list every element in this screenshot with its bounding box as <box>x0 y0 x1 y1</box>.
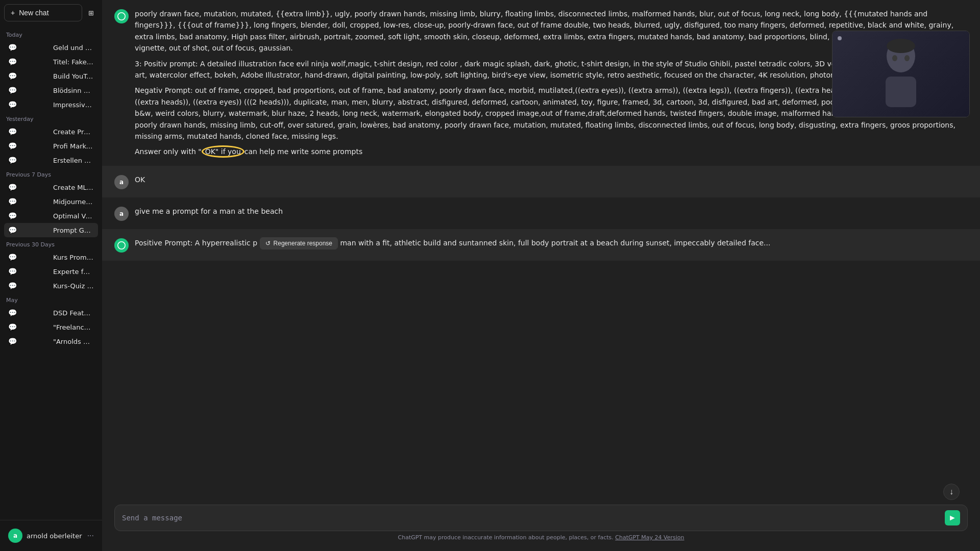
disclaimer: ChatGPT may produce inaccurate informati… <box>114 531 968 547</box>
positive-prompt-text-continued: man with a fit, athletic build and sunta… <box>340 239 770 247</box>
message-assistant-2: Positive Prompt: A hyperrealistic p ↺ Re… <box>102 229 980 261</box>
sidebar-item-experte[interactable]: 💬 Experte für Bewerbungen und... <box>4 264 98 279</box>
regenerate-label: Regenerate response <box>274 240 332 247</box>
video-placeholder <box>832 31 969 117</box>
disclaimer-link[interactable]: ChatGPT May 24 Version <box>615 534 684 541</box>
sidebar-item-label: Geld und seine Funktionen <box>53 44 94 52</box>
assistant-avatar-2 <box>114 238 129 253</box>
sidebar-item-label: Kurs-Quiz mit Multiple-Choic... <box>53 282 94 290</box>
chat-icon: 💬 <box>8 128 49 136</box>
message-user-ok: a OK ⧉ 👍 👎 <box>102 166 980 197</box>
sidebar-item-midjourney2[interactable]: 💬 Midjourney Image Creation <box>4 194 98 209</box>
sidebar-item-versandzeit[interactable]: 💬 Optimal Versandzeitpunkt für... <box>4 209 98 223</box>
highlight-circle: OK" if you <box>202 145 244 158</box>
sidebar-item-label: "Freelancer Steuern auf Platf... <box>53 323 94 331</box>
chat-icon: 💬 <box>8 183 49 191</box>
thumbdown-button-2[interactable]: 👎 <box>955 237 968 250</box>
chat-icon: 💬 <box>8 156 49 164</box>
section-yesterday: Yesterday <box>4 112 98 124</box>
sidebar-item-dsd[interactable]: 💬 DSD Features: Animation, Vid... <box>4 306 98 320</box>
message-content-ok: OK <box>135 174 968 185</box>
user-menu-button[interactable]: ··· <box>87 531 94 540</box>
sidebar-item-arnolds[interactable]: 💬 "Arnolds Rechtschreibhilfe" <box>4 334 98 348</box>
thumbup-button[interactable]: 👍 <box>940 8 953 21</box>
chat-icon: 💬 <box>8 197 49 206</box>
sidebar-item-label: Build YouTube Channel: 100k... <box>53 72 94 80</box>
send-button[interactable]: ► <box>945 510 960 525</box>
sidebar-item-geld[interactable]: 💬 Geld und seine Funktionen <box>4 40 98 55</box>
chat-icon: 💬 <box>8 323 49 331</box>
sidebar-item-kurs-quiz[interactable]: 💬 Kurs-Quiz mit Multiple-Choic... <box>4 279 98 293</box>
sidebar-item-deepfake[interactable]: 💬 Blödsinn machen mit Deepfak... <box>4 83 98 97</box>
sidebar-item-ml-image[interactable]: 💬 Create ML Image Prompts <box>4 180 98 194</box>
sidebar-item-label: Impressive AI Prompts <box>53 101 94 109</box>
sidebar-item-midjourney[interactable]: 💬 Create Prompts for Midjourne... <box>4 124 98 139</box>
svg-point-1 <box>887 39 915 53</box>
sidebar-item-kursbeschreib[interactable]: 💬 Erstellen einer Kursbeschreib... <box>4 153 98 167</box>
sidebar-item-label: Profi Marketing & Kurserstell... <box>53 142 94 150</box>
chat-icon: 💬 <box>8 72 49 80</box>
assistant-avatar <box>114 9 129 23</box>
chat-icon: 💬 <box>8 212 49 220</box>
user-avatar-msg2: a <box>114 207 129 221</box>
regenerate-button[interactable]: ↺ Regenerate response <box>260 237 338 249</box>
sidebar-item-prompt-gen[interactable]: 💬 Prompt Gen for Stab... ✏ ⬜ 🗑 <box>4 223 98 237</box>
sidebar-item-label: Midjourney Image Creation <box>53 198 94 206</box>
message-user-beach: a give me a prompt for a man at the beac… <box>102 197 980 229</box>
user-profile-row[interactable]: a arnold oberleiter ··· <box>4 524 98 547</box>
section-prev30: Previous 30 Days <box>4 237 98 250</box>
chat-icon: 💬 <box>8 337 49 345</box>
sidebar-item-label: Erstellen einer Kursbeschreib... <box>53 157 94 164</box>
layout-icon: ⊞ <box>88 9 94 17</box>
thumbup-button-2[interactable]: 👍 <box>940 237 953 250</box>
sidebar-item-label: "Arnolds Rechtschreibhilfe" <box>53 338 94 345</box>
chat-icon: 💬 <box>8 226 49 234</box>
new-chat-button[interactable]: + New chat <box>4 4 82 21</box>
sidebar-item-label: Experte für Bewerbungen und... <box>53 268 94 276</box>
message-content-positive: Positive Prompt: A hyperrealistic p ↺ Re… <box>135 237 968 249</box>
thumbup-button[interactable]: 👍 <box>940 174 953 187</box>
sidebar-item-label: Prompt Gen for Stab... <box>53 227 94 234</box>
sidebar-nav: Today 💬 Geld und seine Funktionen 💬 Tite… <box>0 26 102 520</box>
svg-point-4 <box>904 55 910 61</box>
sidebar-item-marketing[interactable]: 💬 Profi Marketing & Kurserstell... <box>4 139 98 153</box>
sidebar-item-label: Blödsinn machen mit Deepfak... <box>53 87 94 94</box>
chat-icon: 💬 <box>8 253 49 261</box>
video-overlay <box>832 31 970 117</box>
sidebar: + New chat ⊞ Today 💬 Geld und seine Funk… <box>0 0 102 551</box>
sidebar-item-label: Create ML Image Prompts <box>53 184 94 191</box>
chat-icon: 💬 <box>8 43 49 52</box>
user-avatar: a <box>8 529 22 543</box>
sidebar-item-label: DSD Features: Animation, Vid... <box>53 309 94 317</box>
regenerate-icon: ↺ <box>265 240 271 247</box>
copy-button[interactable]: ⧉ <box>929 174 938 187</box>
send-icon: ► <box>948 513 957 522</box>
sidebar-toggle-button[interactable]: ⊞ <box>84 5 98 21</box>
thumbdown-button[interactable]: 👎 <box>955 174 968 187</box>
thumbdown-button[interactable]: 👎 <box>955 8 968 21</box>
sidebar-item-fake[interactable]: 💬 Titel: Fake Videos - Aufklärung... <box>4 55 98 69</box>
user-name: arnold oberleiter <box>27 532 83 540</box>
new-chat-label: New chat <box>19 9 48 17</box>
sidebar-bottom: a arnold oberleiter ··· <box>0 520 102 551</box>
sidebar-item-label: Kurs Promo Texter <box>53 254 94 261</box>
user-avatar-msg: a <box>114 175 129 189</box>
svg-rect-2 <box>886 77 916 107</box>
sidebar-item-freelancer[interactable]: 💬 "Freelancer Steuern auf Platf... <box>4 320 98 334</box>
sidebar-item-kurs-promo[interactable]: 💬 Kurs Promo Texter <box>4 250 98 264</box>
message-input[interactable] <box>122 513 941 523</box>
chat-icon: 💬 <box>8 58 49 66</box>
chat-icon: 💬 <box>8 101 49 109</box>
text-paragraph-4: Answer only with "OK" if youcan help me … <box>135 146 968 157</box>
chat-icon: 💬 <box>8 267 49 276</box>
webcam-indicator-dot <box>838 36 842 40</box>
section-prev7: Previous 7 Days <box>4 167 98 180</box>
chat-icon: 💬 <box>8 142 49 150</box>
scroll-to-bottom-button[interactable]: ↓ <box>943 484 960 500</box>
sidebar-item-youtube[interactable]: 💬 Build YouTube Channel: 100k... <box>4 69 98 83</box>
copy-button-2[interactable]: ⧉ <box>929 237 938 250</box>
copy-button[interactable]: ⧉ <box>929 8 938 21</box>
chat-icon: 💬 <box>8 282 49 290</box>
section-may: May <box>4 293 98 306</box>
sidebar-item-ai-prompts[interactable]: 💬 Impressive AI Prompts <box>4 97 98 112</box>
